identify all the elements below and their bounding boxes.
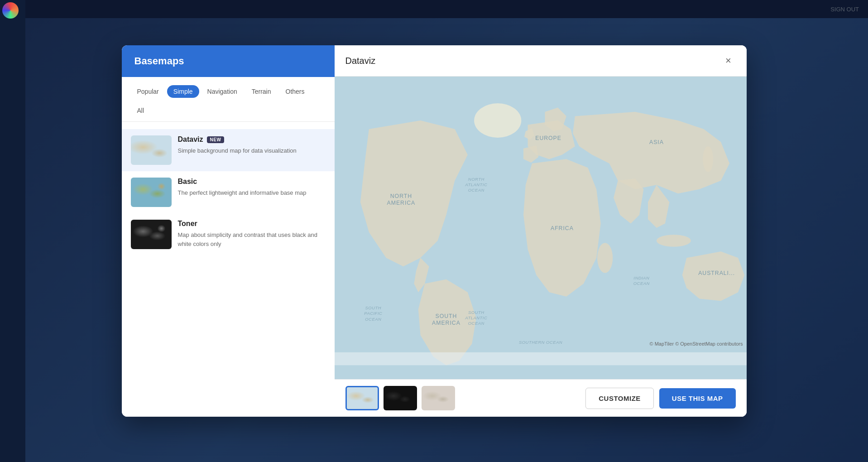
left-panel-header: Basemaps: [122, 45, 335, 77]
svg-text:AMERICA: AMERICA: [387, 200, 415, 206]
use-this-map-button[interactable]: USE THIS MAP: [659, 388, 736, 409]
map-preview: NORTH AMERICA EUROPE ASIA AFRICA SOUTH A…: [335, 77, 747, 379]
svg-text:SOUTH: SOUTH: [468, 310, 484, 315]
basemaps-title: Basemaps: [134, 55, 322, 67]
svg-text:NORTH: NORTH: [468, 177, 484, 182]
map-name-row-toner: Toner: [178, 220, 326, 228]
map-name-row-dataviz: Dataviz NEW: [178, 135, 326, 144]
tab-navigation[interactable]: Navigation: [201, 85, 244, 98]
svg-text:NORTH: NORTH: [390, 193, 412, 199]
tab-others[interactable]: Others: [279, 85, 311, 98]
svg-text:OCEAN: OCEAN: [468, 321, 484, 326]
map-item-basic[interactable]: Basic The perfect lightweight and inform…: [122, 171, 335, 213]
svg-point-3: [703, 146, 713, 172]
map-desc-toner: Map about simplicity and contrast that u…: [178, 231, 326, 248]
modal-overlay: Basemaps Popular Simple Navigation Terra…: [0, 0, 868, 462]
svg-point-1: [474, 103, 521, 138]
map-name-row-basic: Basic: [178, 178, 326, 186]
close-button[interactable]: ×: [721, 53, 736, 68]
svg-text:EUROPE: EUROPE: [535, 135, 561, 141]
map-desc-basic: The perfect lightweight and informative …: [178, 188, 326, 197]
svg-rect-5: [335, 352, 747, 365]
tab-popular[interactable]: Popular: [131, 85, 165, 98]
new-badge-dataviz: NEW: [207, 136, 225, 143]
svg-text:ATLANTIC: ATLANTIC: [465, 315, 487, 320]
map-name-toner: Toner: [178, 220, 197, 228]
map-attribution: © MapTiler © OpenStreetMap contributors: [650, 341, 743, 346]
map-item-toner[interactable]: Toner Map about simplicity and contrast …: [122, 213, 335, 255]
variant-thumb-dark[interactable]: [384, 386, 417, 410]
svg-point-4: [656, 235, 691, 247]
map-info-basic: Basic The perfect lightweight and inform…: [178, 178, 326, 197]
svg-point-2: [597, 243, 613, 273]
map-thumbnail-toner: [131, 220, 172, 249]
map-desc-dataviz: Simple background map for data visualiza…: [178, 146, 326, 155]
map-thumbnail-basic: [131, 178, 172, 207]
svg-text:AFRICA: AFRICA: [550, 225, 573, 231]
customize-button[interactable]: CUSTOMIZE: [585, 388, 654, 409]
app-logo: [2, 2, 19, 19]
tab-simple[interactable]: Simple: [167, 85, 199, 98]
maps-list: Dataviz NEW Simple background map for da…: [122, 122, 335, 417]
svg-text:INDIAN: INDIAN: [633, 275, 649, 280]
tabs-container: Popular Simple Navigation Terrain Others…: [122, 77, 335, 122]
svg-text:OCEAN: OCEAN: [633, 281, 649, 286]
svg-text:AMERICA: AMERICA: [432, 320, 460, 326]
map-info-dataviz: Dataviz NEW Simple background map for da…: [178, 135, 326, 155]
tab-all[interactable]: All: [131, 104, 151, 117]
right-panel: Dataviz ×: [335, 45, 747, 417]
svg-text:SOUTH: SOUTH: [365, 305, 381, 310]
action-buttons: CUSTOMIZE USE THIS MAP: [585, 388, 735, 409]
map-name-basic: Basic: [178, 178, 197, 186]
tab-terrain[interactable]: Terrain: [245, 85, 278, 98]
map-name-dataviz: Dataviz: [178, 135, 203, 144]
variant-thumb-neutral[interactable]: [422, 386, 455, 410]
variant-thumb-light[interactable]: [345, 386, 379, 410]
map-thumbnail-dataviz: [131, 135, 172, 165]
variant-thumbnails: [345, 386, 455, 410]
svg-text:AUSTRALI...: AUSTRALI...: [698, 270, 735, 276]
svg-text:OCEAN: OCEAN: [365, 317, 381, 322]
svg-text:OCEAN: OCEAN: [468, 188, 484, 192]
preview-title: Dataviz: [345, 56, 376, 66]
basemaps-modal: Basemaps Popular Simple Navigation Terra…: [122, 45, 747, 417]
left-panel: Basemaps Popular Simple Navigation Terra…: [122, 45, 335, 417]
right-panel-header: Dataviz ×: [335, 45, 747, 77]
preview-bottom: CUSTOMIZE USE THIS MAP: [335, 379, 747, 417]
logo-circle-icon: [2, 2, 19, 19]
world-map-canvas: NORTH AMERICA EUROPE ASIA AFRICA SOUTH A…: [335, 77, 747, 379]
map-item-dataviz[interactable]: Dataviz NEW Simple background map for da…: [122, 129, 335, 171]
svg-text:SOUTH: SOUTH: [435, 313, 457, 319]
svg-text:ATLANTIC: ATLANTIC: [465, 182, 487, 187]
map-info-toner: Toner Map about simplicity and contrast …: [178, 220, 326, 248]
svg-text:PACIFIC: PACIFIC: [364, 311, 382, 316]
svg-text:ASIA: ASIA: [649, 139, 664, 145]
world-map-svg: NORTH AMERICA EUROPE ASIA AFRICA SOUTH A…: [335, 77, 747, 379]
svg-text:SOUTHERN OCEAN: SOUTHERN OCEAN: [518, 340, 562, 345]
